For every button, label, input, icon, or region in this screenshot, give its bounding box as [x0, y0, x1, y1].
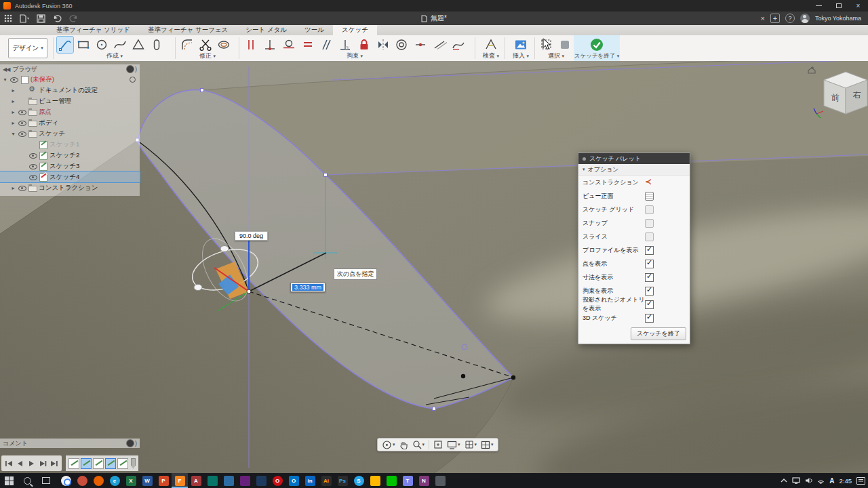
insert-image-button[interactable]	[513, 37, 529, 53]
browser-row[interactable]: コンストラクション	[0, 182, 140, 193]
midpoint-constraint-button[interactable]	[412, 37, 429, 53]
spline-tool-button[interactable]	[112, 37, 128, 53]
avatar[interactable]	[800, 14, 810, 23]
browser-row[interactable]: スケッチ	[0, 128, 140, 139]
taskbar-app-icon[interactable]: O	[269, 473, 285, 488]
expander-icon[interactable]	[10, 109, 16, 115]
collinear-constraint-button[interactable]	[431, 37, 448, 53]
display-settings-button[interactable]: ▾	[446, 439, 462, 451]
timeline-feature-sketch[interactable]	[117, 458, 128, 469]
app-grid-icon[interactable]	[0, 12, 16, 25]
option-control[interactable]	[645, 300, 654, 309]
expander-icon[interactable]	[10, 185, 16, 191]
panel-grip-icon[interactable]	[126, 439, 137, 447]
minimize-button[interactable]	[809, 0, 829, 12]
help-icon[interactable]: ?	[785, 14, 795, 23]
node-label[interactable]: スケッチ3	[50, 162, 79, 171]
line-tool-button[interactable]	[57, 37, 73, 53]
timeline-feature-sketch[interactable]	[68, 458, 79, 469]
inspect-group-label[interactable]: 検査	[483, 52, 495, 59]
taskbar-app-icon[interactable]	[383, 473, 399, 488]
polygon-tool-button[interactable]	[130, 37, 146, 53]
coincident-constraint-button[interactable]	[262, 37, 279, 53]
slot-tool-button[interactable]	[149, 37, 165, 53]
option-control[interactable]	[645, 232, 654, 241]
browser-row[interactable]: ドキュメントの設定	[0, 85, 140, 96]
tangent-constraint-button[interactable]	[281, 37, 298, 53]
ime-indicator[interactable]: A	[829, 477, 834, 485]
step-forward-button[interactable]	[38, 458, 48, 469]
taskbar-app-icon[interactable]: N	[416, 473, 432, 488]
ribbon-tab[interactable]: ツール	[296, 25, 333, 35]
display-tray-icon[interactable]	[792, 477, 800, 484]
create-group-label[interactable]: 作成	[106, 52, 119, 59]
panel-grip-icon[interactable]	[126, 65, 137, 73]
taskbar-app-icon[interactable]: P	[155, 473, 172, 488]
expander-icon[interactable]	[10, 87, 16, 94]
zoom-button[interactable]: ▾	[411, 439, 427, 451]
perpendicular-constraint-button[interactable]	[337, 37, 354, 53]
parallel-constraint-button[interactable]	[318, 37, 335, 53]
option-control[interactable]	[645, 219, 654, 228]
taskbar-app-icon[interactable]	[74, 473, 90, 488]
expander-icon[interactable]	[10, 131, 16, 137]
option-control[interactable]	[645, 287, 654, 296]
visibility-eye-icon[interactable]	[18, 130, 26, 138]
taskbar-app-icon[interactable]	[253, 473, 269, 488]
symmetry-constraint-button[interactable]	[374, 37, 391, 53]
visibility-eye-icon[interactable]	[18, 184, 26, 192]
taskbar-app-icon[interactable]	[237, 473, 253, 488]
expander-icon[interactable]	[10, 98, 16, 104]
taskbar-app-icon[interactable]	[367, 473, 383, 488]
modify-group-label[interactable]: 修正	[199, 52, 212, 59]
timeline-feature-sketch[interactable]	[93, 458, 104, 469]
skip-to-end-button[interactable]	[50, 458, 60, 469]
taskbar-app-icon[interactable]: X	[123, 473, 139, 488]
ribbon-tab[interactable]: スケッチ	[333, 25, 377, 35]
redo-icon[interactable]	[65, 12, 81, 25]
fit-view-button[interactable]	[432, 439, 444, 451]
search-icon[interactable]	[18, 473, 37, 488]
taskbar-app-icon[interactable]: Ai	[318, 473, 334, 488]
file-menu-icon[interactable]	[16, 12, 33, 25]
visibility-eye-icon[interactable]	[29, 163, 37, 170]
curvature-constraint-button[interactable]	[450, 37, 467, 53]
comments-bar[interactable]: コメント	[0, 439, 140, 448]
rectangle-tool-button[interactable]	[75, 37, 92, 53]
step-back-button[interactable]	[15, 458, 25, 469]
timeline-feature-sketch[interactable]	[81, 458, 92, 469]
taskbar-app-icon[interactable]	[432, 473, 448, 488]
action-center-icon[interactable]	[856, 477, 865, 485]
node-label[interactable]: スケッチ	[39, 129, 65, 138]
grid-snap-button[interactable]: ▾	[463, 439, 479, 451]
node-label[interactable]: ビュー管理	[39, 97, 71, 106]
new-tab-button[interactable]: +	[770, 14, 780, 23]
volume-icon[interactable]	[805, 477, 812, 484]
taskbar-clock[interactable]: 2:45	[840, 477, 852, 485]
horizontal-vertical-constraint-button[interactable]	[243, 37, 260, 53]
ribbon-tab[interactable]: 基準フィーチャ ソリッド	[47, 25, 139, 35]
hidden-icons-chevron[interactable]	[781, 478, 787, 483]
taskbar-app-icon[interactable]: e	[106, 473, 123, 488]
select-group-label[interactable]: 選択	[548, 52, 560, 59]
taskbar-app-icon[interactable]: A	[188, 473, 204, 488]
timeline-position-marker[interactable]	[131, 458, 136, 469]
option-control[interactable]	[645, 192, 654, 201]
finish-sketch-label[interactable]: スケッチを終了	[574, 52, 616, 59]
expander-icon[interactable]	[2, 77, 8, 83]
browser-row[interactable]: スケッチ3	[0, 161, 140, 171]
taskbar-app-icon[interactable]: S	[351, 473, 367, 488]
browser-row[interactable]: ビュー管理	[0, 96, 140, 106]
option-control[interactable]	[645, 178, 654, 187]
document-tab[interactable]: 無題*	[421, 14, 447, 23]
ribbon-tab[interactable]: シート メタル	[237, 25, 296, 35]
concentric-constraint-button[interactable]	[393, 37, 410, 53]
taskbar-app-icon[interactable]	[58, 473, 74, 488]
taskbar-app-icon[interactable]: W	[139, 473, 155, 488]
node-label[interactable]: スケッチ2	[50, 151, 79, 160]
taskbar-app-icon[interactable]: in	[302, 473, 318, 488]
visibility-eye-icon[interactable]	[29, 152, 37, 159]
palette-titlebar[interactable]: スケッチ パレット	[578, 153, 690, 164]
fix-lock-constraint-button[interactable]	[356, 37, 373, 53]
browser-row[interactable]: スケッチ1	[0, 139, 140, 150]
